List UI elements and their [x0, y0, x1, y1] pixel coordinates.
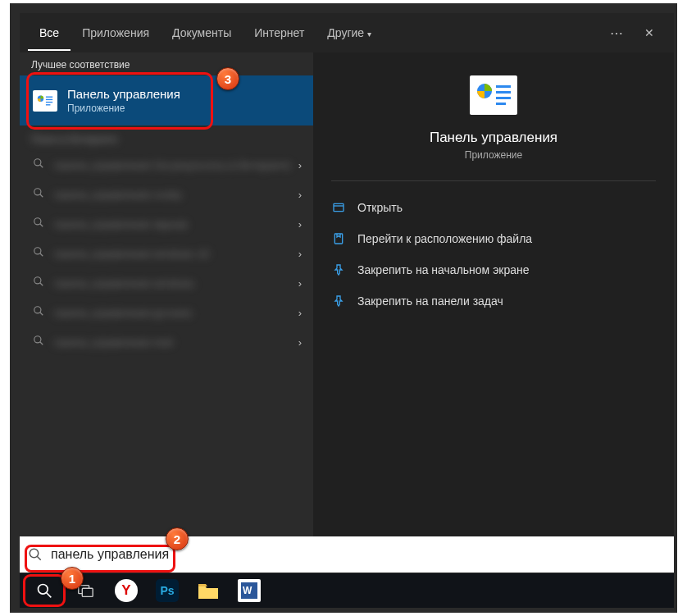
svg-line-11 [40, 224, 43, 227]
best-match-item[interactable]: Панель управления Приложение [20, 75, 313, 125]
annotation-badge-3: 3 [216, 67, 239, 90]
search-icon [31, 305, 46, 320]
folder-icon [197, 581, 220, 600]
chevron-right-icon: › [298, 159, 302, 171]
close-icon[interactable]: ✕ [633, 26, 666, 39]
svg-rect-26 [334, 203, 344, 211]
detail-subtitle: Приложение [465, 149, 522, 161]
search-results-panel: Все Приложения Документы Интернет Другие… [20, 13, 674, 538]
svg-point-16 [34, 307, 41, 313]
svg-line-9 [40, 194, 43, 198]
svg-rect-23 [496, 91, 511, 94]
svg-rect-33 [82, 588, 93, 596]
chevron-right-icon: › [298, 189, 302, 201]
taskbar-word[interactable]: W [230, 574, 269, 607]
tab-internet[interactable]: Интернет [243, 15, 316, 51]
svg-rect-27 [334, 234, 342, 244]
web-result-item[interactable]: панель управления рутокен › [20, 298, 313, 327]
svg-rect-5 [46, 104, 50, 105]
annotation-badge-1: 1 [61, 567, 84, 590]
photoshop-icon: Ps [156, 579, 179, 602]
open-icon [331, 201, 346, 214]
taskbar: Y Ps W [20, 573, 674, 608]
svg-rect-24 [496, 97, 511, 99]
web-result-item[interactable]: панель управления звуком › [20, 209, 313, 239]
taskbar-file-explorer[interactable] [189, 574, 228, 607]
search-icon [36, 582, 52, 599]
svg-point-28 [30, 549, 39, 558]
svg-line-29 [37, 556, 41, 560]
svg-rect-3 [46, 98, 52, 99]
taskbar-photoshop[interactable]: Ps [148, 574, 187, 607]
svg-line-31 [47, 593, 52, 598]
detail-pane: Панель управления Приложение Открыть Пер… [313, 52, 674, 538]
action-label: Открыть [357, 201, 403, 214]
results-list: Лучшее соответствие Панель управления Пр… [20, 52, 313, 538]
tab-apps[interactable]: Приложения [71, 15, 161, 51]
more-options-icon[interactable]: ⋯ [600, 25, 633, 41]
tab-all[interactable]: Все [28, 15, 71, 51]
svg-line-19 [40, 342, 43, 345]
search-icon [31, 217, 46, 231]
web-result-item[interactable]: панель управления См результаты в Интерн… [20, 150, 313, 180]
web-search-header: Поиск в Интернете [31, 134, 117, 145]
action-label: Закрепить на панели задач [357, 294, 503, 308]
pin-taskbar-icon [331, 294, 346, 308]
search-input[interactable] [51, 547, 666, 562]
svg-rect-25 [496, 103, 506, 105]
svg-rect-4 [46, 101, 52, 102]
search-bar[interactable] [20, 536, 674, 573]
search-icon [31, 335, 46, 349]
svg-point-14 [34, 277, 41, 284]
chevron-right-icon: › [298, 307, 302, 319]
web-result-item[interactable]: панель управления windows 10 › [20, 239, 313, 268]
svg-point-8 [34, 189, 41, 195]
action-open[interactable]: Открыть [331, 194, 656, 221]
tab-other[interactable]: Другие [316, 15, 383, 51]
web-result-item[interactable]: панель управления windows › [20, 268, 313, 298]
svg-line-15 [40, 283, 43, 286]
svg-line-17 [40, 313, 43, 316]
taskbar-yandex-browser[interactable]: Y [107, 574, 146, 607]
svg-line-7 [40, 165, 43, 168]
action-goto-location[interactable]: Перейти к расположению файла [331, 226, 656, 252]
search-tabs: Все Приложения Документы Интернет Другие… [20, 13, 674, 52]
svg-point-12 [34, 248, 41, 254]
web-result-item[interactable]: панель управления nvidia › [20, 180, 313, 209]
chevron-right-icon: › [298, 277, 302, 290]
detail-title: Панель управления [430, 130, 557, 146]
annotation-badge-2: 2 [166, 527, 189, 550]
search-icon [28, 547, 43, 562]
best-match-title: Панель управления [67, 87, 180, 101]
search-icon [31, 187, 46, 202]
best-match-subtitle: Приложение [67, 103, 180, 114]
folder-location-icon [331, 232, 346, 245]
control-panel-icon-large [470, 75, 517, 115]
svg-point-18 [34, 336, 41, 343]
svg-line-13 [40, 253, 43, 257]
chevron-right-icon: › [298, 336, 302, 349]
pin-start-icon [331, 263, 346, 276]
search-icon [31, 246, 46, 261]
action-label: Перейти к расположению файла [357, 232, 532, 245]
search-icon [31, 276, 46, 290]
taskbar-search-button[interactable] [25, 574, 64, 607]
svg-point-30 [39, 585, 48, 595]
web-result-item[interactable]: панель управления intel › [20, 327, 313, 357]
word-icon: W [238, 579, 261, 602]
yandex-icon: Y [115, 579, 138, 602]
chevron-right-icon: › [298, 248, 302, 260]
chevron-right-icon: › [298, 218, 302, 230]
search-icon [31, 157, 46, 172]
control-panel-icon [33, 90, 57, 112]
action-pin-start[interactable]: Закрепить на начальном экране [331, 257, 656, 283]
action-pin-taskbar[interactable]: Закрепить на панели задач [331, 288, 656, 314]
best-match-header: Лучшее соответствие [20, 52, 313, 75]
svg-rect-2 [46, 96, 52, 97]
svg-point-10 [34, 218, 41, 225]
svg-point-6 [34, 159, 41, 166]
action-label: Закрепить на начальном экране [357, 263, 530, 276]
tab-documents[interactable]: Документы [161, 15, 243, 51]
svg-rect-22 [496, 85, 511, 88]
